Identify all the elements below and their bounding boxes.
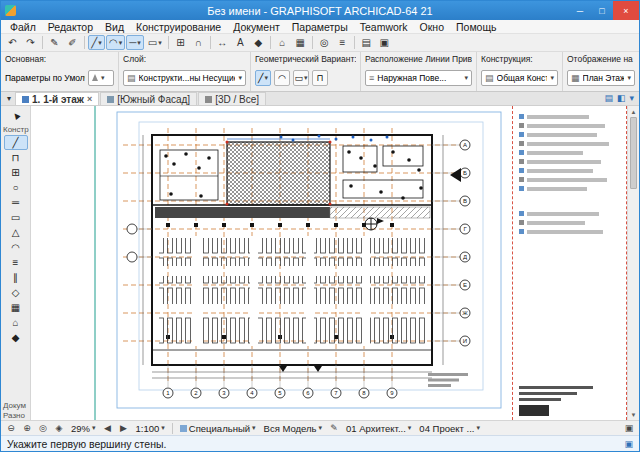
pen-set-button[interactable]: ✎ [327, 422, 341, 435]
toolbar-separator [84, 36, 85, 49]
poly-geometry-combo[interactable]: ▭▾ [145, 35, 165, 50]
arc-geometry-combo[interactable]: ◠▾ [106, 35, 125, 50]
menu-window[interactable]: Окно [414, 21, 450, 33]
layer-value: Конструкти...ны Несущие [139, 73, 236, 83]
zone-tool[interactable]: ⌂ [4, 315, 28, 330]
floor-plan-canvas[interactable]: 1 2 3 4 5 6 7 8 9 А Б В Г Д Е Ж И [31, 106, 512, 420]
zone-button[interactable]: ⌂ [274, 35, 291, 50]
previous-view-button[interactable]: ◀ [101, 422, 115, 435]
fit-in-window-button[interactable]: ◎ [36, 422, 50, 435]
pick-up-parameters-button[interactable]: ✎ [46, 35, 63, 50]
composite-icon: ▤ [485, 73, 494, 83]
model-view-options-select[interactable]: 04 Проект ...▾ [416, 422, 483, 435]
toolbox-palette: ▲ Констр ╱ ⊓ ⊞ ○ ═ ▭ △ ◠ ≡ ∥ ◇ ▦ ⌂ ◆ Док… [1, 106, 31, 420]
layers-button[interactable]: ▤ [358, 35, 375, 50]
next-view-button[interactable]: ▶ [117, 422, 131, 435]
wall-geometry-combo[interactable]: ╱▾ [88, 35, 105, 50]
chevron-down-icon: ▾ [92, 424, 96, 432]
default-settings-dropdown[interactable]: ▾ [88, 70, 114, 86]
menu-options[interactable]: Параметры [286, 21, 354, 33]
layout-preview-panel[interactable] [512, 106, 627, 420]
menu-teamwork[interactable]: Teamwork [354, 21, 414, 33]
stair-tool[interactable]: ≡ [4, 255, 28, 270]
morph-tool[interactable]: ◇ [4, 285, 28, 300]
structure-display-select[interactable]: Вся Модель▾ [261, 422, 326, 435]
arrow-tool[interactable]: ▲ [4, 108, 28, 123]
scrollbar-thumb[interactable] [630, 117, 637, 189]
grid-snap-button[interactable]: ⊞ [172, 35, 189, 50]
chevron-down-icon: ▾ [264, 74, 268, 82]
titlebar[interactable]: Без имени - GRAPHISOFT ARCHICAD-64 21 ─ … [1, 1, 639, 20]
mesh-tool[interactable]: ▦ [4, 300, 28, 315]
menu-view[interactable]: Вид [99, 21, 130, 33]
zoom-in-button[interactable]: ⊕ [20, 422, 34, 435]
layer-combination-select[interactable]: Специальный▾ [177, 422, 259, 435]
quick-options-expand-button[interactable]: ▣ [622, 422, 636, 435]
tab-list-button[interactable]: ▾ [3, 94, 15, 105]
archicad-window: Без имени - GRAPHISOFT ARCHICAD-64 21 ─ … [0, 0, 640, 452]
line-geometry-combo[interactable]: ─▾ [126, 35, 144, 50]
reference-line-dropdown[interactable]: ≡Наружная Пове...▾ [365, 70, 472, 86]
layer-dropdown[interactable]: ▤Конструкти...ны Несущие▾ [123, 70, 246, 86]
geometry-straight-button[interactable]: ╱▾ [255, 70, 271, 86]
object-tool[interactable]: ◆ [4, 330, 28, 345]
inject-parameters-button[interactable]: ✐ [64, 35, 81, 50]
layout-preview-row [519, 211, 620, 216]
wall-tool[interactable]: ╱ [4, 135, 28, 150]
zoom-out-button[interactable]: ⊖ [4, 422, 18, 435]
pen-set-select[interactable]: 01 Архитект...▾ [343, 422, 414, 435]
close-button[interactable]: × [613, 1, 639, 20]
slab-tool[interactable]: ▭ [4, 210, 28, 225]
mesh-button[interactable]: ▦ [292, 35, 309, 50]
pan-button[interactable]: ◈ [52, 422, 66, 435]
scroll-down-icon[interactable]: ▼ [628, 409, 639, 420]
menu-help[interactable]: Помощь [450, 21, 503, 33]
camera-button[interactable]: ◎ [316, 35, 333, 50]
scale-select[interactable]: 1:100▾ [133, 422, 168, 435]
settings-button[interactable]: ≡ [334, 35, 351, 50]
text-button[interactable]: A [232, 35, 249, 50]
gravity-snap-button[interactable]: ∩ [190, 35, 207, 50]
tab-floor-plan[interactable]: 1. 1-й этаж × [15, 92, 99, 105]
tab-3d-all[interactable]: [3D / Все] [198, 92, 266, 105]
marker-button[interactable]: ◆ [250, 35, 267, 50]
window-tool[interactable]: ⊞ [4, 165, 28, 180]
geometry-curved-button[interactable]: ◠ [274, 70, 290, 86]
maximize-button[interactable]: □ [591, 1, 613, 20]
layout-preview-gap [519, 195, 620, 211]
toolbox-section-document[interactable]: Докум [1, 401, 26, 410]
geometry-poly-button[interactable]: ⊓ [312, 70, 328, 86]
level-marker-2 [314, 366, 322, 372]
vertical-scrollbar[interactable]: ▲ ▼ [627, 106, 639, 420]
infobox-label: Отображение на Плане и в Р... [567, 54, 635, 64]
minimize-button[interactable]: ─ [569, 1, 591, 20]
floor-plan-display-dropdown[interactable]: ▦План Этажа и Разрез▾ [567, 70, 635, 86]
tab-close-icon[interactable]: × [87, 94, 92, 104]
roof-tool[interactable]: △ [4, 225, 28, 240]
tab-south-elevation[interactable]: [Южный Фасад] [100, 92, 197, 105]
menu-edit[interactable]: Редактор [42, 21, 99, 33]
beam-tool[interactable]: ═ [4, 195, 28, 210]
tab-overflow-icon[interactable]: ▾ [629, 93, 634, 103]
organizer-icon[interactable]: ▤ [604, 93, 613, 103]
column-tool[interactable]: ○ [4, 180, 28, 195]
scroll-up-icon[interactable]: ▲ [628, 106, 639, 117]
undo-button[interactable]: ↶ [4, 35, 21, 50]
railing-tool[interactable]: ∥ [4, 270, 28, 285]
dimension-button[interactable]: ↔ [214, 35, 231, 50]
menu-design[interactable]: Конструирование [130, 21, 227, 33]
zoom-level-select[interactable]: 29%▾ [68, 422, 99, 435]
pop-up-navigator-icon[interactable]: ◧ [617, 93, 626, 103]
structure-dropdown[interactable]: ▤Общая Конст...▾ [481, 70, 558, 86]
direction-arrow [450, 168, 461, 182]
tracker-toggle-icon[interactable]: ▣ [624, 439, 633, 449]
geometry-rect-button[interactable]: ▭▾ [293, 70, 309, 86]
door-tool[interactable]: ⊓ [4, 150, 28, 165]
display-options-button[interactable]: ▣ [376, 35, 393, 50]
shell-tool[interactable]: ◠ [4, 240, 28, 255]
menu-file[interactable]: Файл [4, 21, 42, 33]
toolbox-section-more[interactable]: Разно [1, 411, 25, 420]
menu-document[interactable]: Документ [227, 21, 286, 33]
elevation-tab-icon [107, 96, 114, 103]
redo-button[interactable]: ↷ [22, 35, 39, 50]
